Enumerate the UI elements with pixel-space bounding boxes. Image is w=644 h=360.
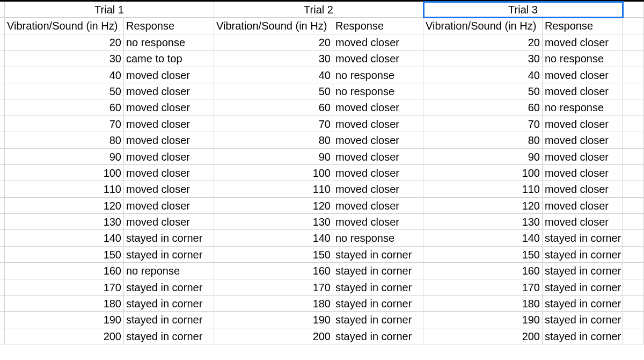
empty-cell[interactable] [623,296,644,312]
empty-cell[interactable] [623,149,644,165]
cell-resp-1[interactable]: moved closer [124,214,214,230]
cell-hz-3[interactable]: 100 [423,165,543,181]
cell-resp-2[interactable]: stayed in corner [333,279,423,296]
cell-hz-3[interactable]: 180 [423,296,543,312]
gutter-cell[interactable] [0,67,5,83]
empty-cell[interactable] [623,279,644,296]
cell-hz-3[interactable]: 130 [423,214,543,230]
cell-resp-2[interactable]: moved closer [333,149,423,165]
cell-resp-3[interactable]: stayed in corner [543,279,623,296]
gutter-cell[interactable] [0,312,5,328]
cell-resp-2[interactable]: stayed in corner [333,247,423,263]
cell-hz-3[interactable]: 80 [423,132,543,148]
cell-hz-2[interactable]: 170 [214,279,333,296]
cell-resp-1[interactable]: stayed in corner [124,247,214,263]
cell-resp-2[interactable]: stayed in corner [333,328,423,344]
cell-resp-3[interactable]: moved closer [543,132,623,148]
empty-cell[interactable] [623,312,644,328]
cell-hz-2[interactable]: 120 [214,198,333,214]
empty-cell[interactable] [623,18,644,34]
cell-hz-2[interactable]: 180 [214,296,333,312]
empty-cell[interactable] [623,116,644,132]
cell-resp-3[interactable]: stayed in corner [543,328,623,344]
trial-1-title[interactable]: Trial 1 [5,2,214,18]
empty-cell[interactable] [623,214,644,230]
empty-cell[interactable] [623,328,644,344]
empty-cell[interactable] [623,2,644,18]
col-header-resp-1[interactable]: Response [124,18,214,34]
gutter-cell[interactable] [0,2,5,18]
cell-resp-2[interactable]: moved closer [333,181,423,197]
empty-cell[interactable] [623,198,644,214]
trial-3-title[interactable]: Trial 3 [423,2,623,18]
cell-resp-3[interactable]: moved closer [543,198,623,214]
cell-resp-1[interactable]: no response [124,34,214,51]
cell-hz-1[interactable]: 150 [5,247,124,263]
cell-resp-1[interactable]: moved closer [124,165,214,181]
cell-hz-1[interactable]: 160 [5,263,124,279]
cell-resp-2[interactable]: stayed in corner [333,263,423,279]
cell-hz-3[interactable]: 40 [423,67,543,83]
cell-resp-3[interactable]: moved closer [543,181,623,197]
cell-resp-1[interactable]: stayed in corner [124,279,214,296]
cell-resp-2[interactable]: no response [333,83,423,99]
gutter-cell[interactable] [0,99,5,116]
cell-resp-1[interactable]: came to top [124,51,214,67]
cell-hz-3[interactable]: 60 [423,99,543,116]
empty-cell[interactable] [623,181,644,197]
cell-resp-1[interactable]: no reponse [124,263,214,279]
cell-hz-2[interactable]: 130 [214,214,333,230]
cell-resp-2[interactable]: stayed in corner [333,296,423,312]
col-header-hz-3[interactable]: Vibration/Sound (in Hz) [423,18,543,34]
cell-resp-3[interactable]: stayed in corner [543,296,623,312]
cell-resp-1[interactable]: stayed in corner [124,328,214,344]
cell-hz-1[interactable]: 20 [5,34,124,51]
gutter-cell[interactable] [0,328,5,344]
cell-hz-1[interactable]: 130 [5,214,124,230]
cell-hz-2[interactable]: 30 [214,51,333,67]
empty-cell[interactable] [623,263,644,279]
cell-hz-3[interactable]: 150 [423,247,543,263]
cell-resp-2[interactable]: stayed in corner [333,312,423,328]
col-header-hz-2[interactable]: Vibration/Sound (in Hz) [214,18,333,34]
cell-hz-3[interactable]: 140 [423,230,543,246]
gutter-cell[interactable] [0,263,5,279]
cell-hz-2[interactable]: 70 [214,116,333,132]
gutter-cell[interactable] [0,279,5,296]
cell-hz-1[interactable]: 170 [5,279,124,296]
cell-hz-2[interactable]: 60 [214,99,333,116]
cell-resp-2[interactable]: moved closer [333,34,423,51]
cell-resp-3[interactable]: moved closer [543,116,623,132]
cell-hz-1[interactable]: 190 [5,312,124,328]
cell-resp-1[interactable]: moved closer [124,83,214,99]
cell-hz-3[interactable]: 160 [423,263,543,279]
cell-hz-1[interactable]: 110 [5,181,124,197]
cell-resp-2[interactable]: moved closer [333,116,423,132]
cell-resp-3[interactable]: stayed in corner [543,247,623,263]
gutter-cell[interactable] [0,149,5,165]
cell-resp-1[interactable]: moved closer [124,198,214,214]
gutter-cell[interactable] [0,116,5,132]
empty-cell[interactable] [623,51,644,67]
cell-hz-2[interactable]: 80 [214,132,333,148]
cell-resp-2[interactable]: moved closer [333,198,423,214]
cell-hz-2[interactable]: 140 [214,230,333,246]
gutter-cell[interactable] [0,230,5,246]
cell-hz-3[interactable]: 20 [423,34,543,51]
cell-hz-2[interactable]: 40 [214,67,333,83]
cell-hz-3[interactable]: 190 [423,312,543,328]
gutter-cell[interactable] [0,18,5,34]
col-header-resp-3[interactable]: Response [543,18,623,34]
cell-resp-3[interactable]: stayed in corner [543,263,623,279]
cell-hz-3[interactable]: 200 [423,328,543,344]
cell-hz-1[interactable]: 140 [5,230,124,246]
cell-resp-3[interactable]: no response [543,51,623,67]
gutter-cell[interactable] [0,83,5,99]
cell-resp-3[interactable]: moved closer [543,67,623,83]
cell-hz-1[interactable]: 30 [5,51,124,67]
cell-hz-1[interactable]: 100 [5,165,124,181]
cell-hz-3[interactable]: 50 [423,83,543,99]
cell-hz-1[interactable]: 120 [5,198,124,214]
empty-cell[interactable] [623,99,644,116]
cell-hz-3[interactable]: 30 [423,51,543,67]
